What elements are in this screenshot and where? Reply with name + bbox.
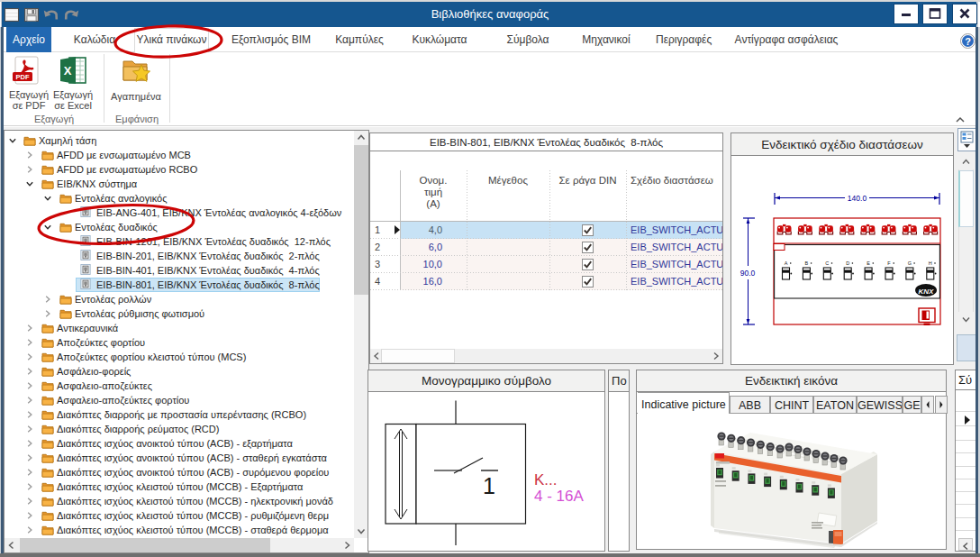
svg-text:1: 1 [483,473,495,498]
svg-text:H: H [929,260,932,266]
svg-text:PDF: PDF [16,73,30,81]
svg-text:G: G [908,260,912,266]
svg-text:140.0: 140.0 [848,194,867,203]
svg-text:E: E [867,260,870,266]
svg-text:X: X [64,64,72,78]
svg-text:F: F [887,260,891,266]
svg-text:Κ...: Κ... [534,471,558,489]
svg-text:B: B [805,260,809,266]
svg-text:?: ? [965,36,971,47]
svg-text:KNX: KNX [919,288,935,296]
svg-text:D: D [846,260,849,266]
svg-text:90.0: 90.0 [740,269,756,278]
svg-text:C: C [825,260,829,266]
svg-text:A: A [785,260,788,266]
svg-text:4 - 16Α: 4 - 16Α [534,488,584,505]
